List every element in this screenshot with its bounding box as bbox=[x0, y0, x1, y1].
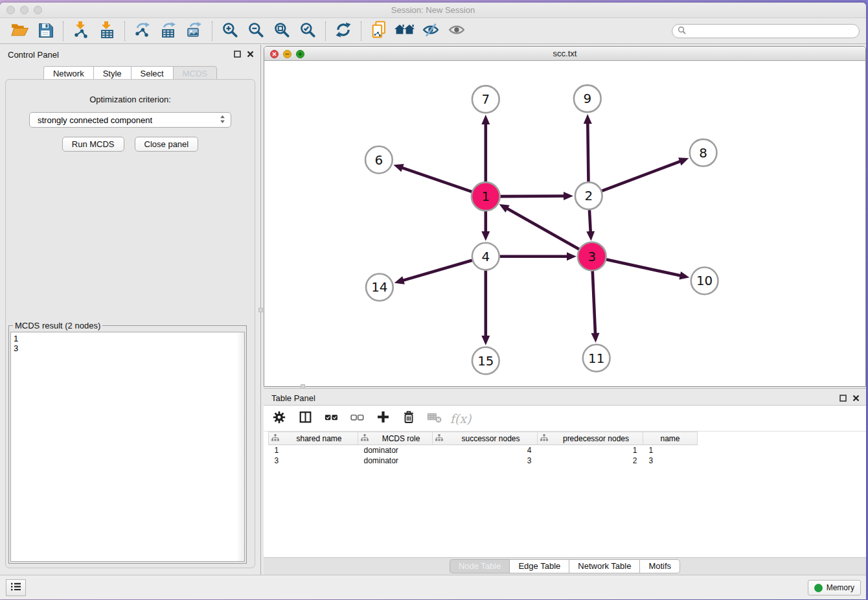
tab-edge-table[interactable]: Edge Table bbox=[509, 559, 569, 573]
import-network-file-button[interactable] bbox=[68, 21, 94, 41]
graph-node-label-15: 15 bbox=[477, 354, 494, 369]
chevron-updown-icon bbox=[218, 114, 227, 126]
clear-selection-button[interactable] bbox=[349, 410, 365, 427]
table-settings-button[interactable] bbox=[271, 410, 287, 427]
select-all-button[interactable] bbox=[323, 410, 339, 427]
column-header-shared-name[interactable]: shared name bbox=[269, 432, 358, 445]
export-table-button[interactable] bbox=[155, 21, 181, 41]
save-session-button[interactable] bbox=[32, 21, 58, 41]
edge-2-9[interactable] bbox=[588, 121, 588, 181]
toolbar-separator bbox=[63, 21, 63, 41]
tab-motifs[interactable]: Motifs bbox=[639, 559, 680, 573]
table-cell[interactable]: dominator bbox=[358, 445, 433, 456]
refresh-view-button[interactable] bbox=[330, 21, 356, 41]
run-mcds-button[interactable]: Run MCDS bbox=[62, 137, 124, 152]
table-cell[interactable]: 4 bbox=[433, 445, 538, 456]
network-zoom-button[interactable] bbox=[296, 49, 304, 61]
hide-selected-icon bbox=[422, 21, 439, 41]
network-view-title: scc.txt bbox=[264, 47, 865, 60]
tab-node-table[interactable]: Node Table bbox=[450, 559, 510, 573]
selected-criterion: strongly connected component bbox=[38, 115, 218, 125]
optimization-criterion-select[interactable]: strongly connected component bbox=[29, 112, 231, 128]
column-header-MCDS-role[interactable]: MCDS role bbox=[358, 432, 433, 445]
horizontal-splitter-handle[interactable] bbox=[301, 384, 305, 389]
float-table-panel-icon[interactable] bbox=[839, 393, 847, 404]
memory-button[interactable]: Memory bbox=[808, 580, 861, 595]
zoom-fit-content-button[interactable] bbox=[269, 21, 295, 41]
app-titlebar: Session: New Session bbox=[0, 3, 866, 18]
optimization-criterion-label: Optimization criterion: bbox=[6, 95, 255, 104]
edge-2-8[interactable] bbox=[602, 161, 682, 191]
column-type-icon bbox=[361, 434, 369, 443]
table-row[interactable]: 3dominator323 bbox=[269, 456, 698, 466]
network-graph-canvas[interactable]: 7968124314101511 bbox=[264, 61, 865, 387]
close-panel-button[interactable]: Close panel bbox=[135, 137, 199, 152]
close-window-button[interactable] bbox=[6, 6, 15, 14]
show-all-button[interactable] bbox=[444, 21, 470, 41]
edge-3-1[interactable] bbox=[505, 207, 580, 249]
export-image-button[interactable] bbox=[181, 21, 207, 41]
edge-3-11[interactable] bbox=[593, 271, 595, 336]
session-title: Session: New Session bbox=[0, 3, 866, 18]
edge-arrowhead bbox=[586, 231, 595, 241]
column-header-name[interactable]: name bbox=[643, 432, 698, 445]
table-cell[interactable]: 3 bbox=[643, 456, 698, 466]
create-column-button[interactable] bbox=[375, 410, 391, 427]
zoom-selected-region-button[interactable] bbox=[295, 21, 321, 41]
edge-arrowhead bbox=[679, 271, 689, 280]
network-close-button[interactable] bbox=[270, 49, 279, 61]
table-cell[interactable]: dominator bbox=[358, 456, 433, 466]
float-panel-icon[interactable] bbox=[234, 49, 241, 60]
search-box[interactable] bbox=[672, 24, 860, 38]
export-network-button[interactable] bbox=[130, 21, 155, 41]
graph-node-label-2: 2 bbox=[584, 189, 593, 203]
zoom-in-button[interactable] bbox=[217, 21, 243, 41]
table-panel-body: f(x) shared nameMCDS rolesuccessor nodes… bbox=[264, 405, 866, 558]
edge-1-2[interactable] bbox=[500, 196, 566, 196]
graph-node-label-7: 7 bbox=[481, 92, 490, 107]
table-tabs: Node TableEdge TableNetwork TableMotifs bbox=[264, 558, 866, 575]
graph-node-label-8: 8 bbox=[699, 146, 707, 161]
column-type-icon bbox=[435, 434, 443, 443]
table-cell[interactable]: 1 bbox=[643, 445, 698, 456]
clone-network-button[interactable] bbox=[366, 21, 392, 41]
table-cell[interactable]: 3 bbox=[269, 456, 358, 466]
table-cell[interactable]: 1 bbox=[538, 445, 643, 456]
column-header-successor-nodes[interactable]: successor nodes bbox=[433, 432, 538, 445]
edge-3-10[interactable] bbox=[606, 259, 683, 276]
table-row[interactable]: 1dominator411 bbox=[269, 445, 698, 456]
vertical-splitter-handle[interactable] bbox=[258, 308, 263, 312]
table-toolbar: f(x) bbox=[264, 406, 866, 432]
table-cell[interactable]: 3 bbox=[433, 456, 538, 466]
edge-1-6[interactable] bbox=[400, 167, 472, 192]
minimize-window-button[interactable] bbox=[20, 6, 29, 14]
edge-4-14[interactable] bbox=[401, 260, 472, 281]
edge-arrowhead bbox=[481, 115, 490, 124]
edge-arrowhead bbox=[393, 164, 404, 172]
column-type-icon bbox=[271, 434, 279, 443]
import-table-file-button[interactable] bbox=[94, 21, 120, 41]
table-cell[interactable]: 1 bbox=[269, 445, 358, 456]
close-panel-icon[interactable] bbox=[247, 49, 254, 60]
column-browser-button[interactable] bbox=[297, 410, 313, 427]
zoom-out-button[interactable] bbox=[243, 21, 269, 41]
table-panel-header: Table Panel bbox=[264, 389, 866, 405]
delete-column-button[interactable] bbox=[401, 410, 417, 427]
column-header-predecessor-nodes[interactable]: predecessor nodes bbox=[538, 432, 643, 445]
close-table-panel-icon[interactable] bbox=[852, 393, 860, 404]
tab-network-table[interactable]: Network Table bbox=[569, 559, 639, 573]
hide-selected-button[interactable] bbox=[418, 21, 444, 41]
search-input[interactable] bbox=[689, 27, 854, 36]
app-window: Session: New Session Control Panel bbox=[0, 3, 866, 599]
zoom-window-button[interactable] bbox=[34, 6, 42, 14]
task-history-button[interactable] bbox=[6, 579, 26, 596]
graph-node-label-4: 4 bbox=[481, 249, 490, 264]
mcds-result-list[interactable]: 1 3 bbox=[10, 332, 245, 562]
network-minimize-button[interactable] bbox=[283, 49, 291, 61]
zoom-selected-region-icon bbox=[299, 21, 316, 41]
zoom-fit-content-icon bbox=[273, 21, 290, 41]
edge-2-3[interactable] bbox=[589, 210, 591, 234]
table-cell[interactable]: 2 bbox=[538, 456, 643, 466]
open-cyndex-browser-button[interactable] bbox=[392, 21, 418, 41]
open-session-button[interactable] bbox=[6, 21, 32, 41]
